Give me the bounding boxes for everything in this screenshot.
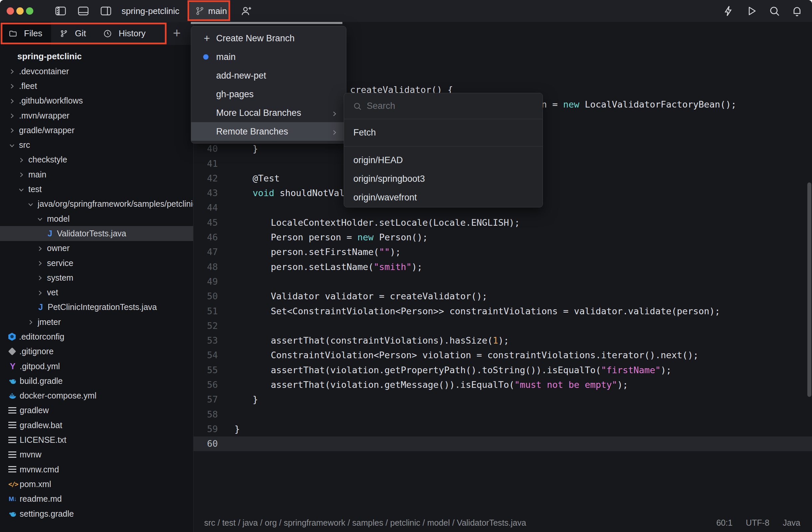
tree-item-pom-xml[interactable]: </>pom.xml: [0, 477, 193, 491]
tree-item-docker-compose-yml[interactable]: docker-compose.yml: [0, 388, 193, 403]
code-line-53[interactable]: 53assertThat(constraintViolations).hasSi…: [193, 333, 812, 348]
tree-item-petclinicintegrationtests-java[interactable]: JPetClinicIntegrationTests.java: [0, 300, 193, 315]
menu-item-more-local-branches[interactable]: More Local Branches: [191, 104, 346, 122]
tree-item-label: gradlew.bat: [20, 420, 62, 430]
toggle-left-dock-icon[interactable]: [55, 6, 66, 16]
code-line-51[interactable]: 51Set<ConstraintViolation<Person>> const…: [193, 304, 812, 319]
menu-item-origin-springboot3[interactable]: origin/springboot3: [344, 169, 542, 188]
code-line-52[interactable]: 52: [193, 319, 812, 333]
add-collaborator-icon[interactable]: [241, 5, 252, 17]
tree-item-validatortests-java[interactable]: JValidatorTests.java: [0, 226, 193, 241]
tree-item--gitignore[interactable]: .gitignore: [0, 344, 193, 359]
tree-item-readme-md[interactable]: M↓readme.md: [0, 492, 193, 506]
search-icon[interactable]: [768, 5, 780, 17]
line-number: 54: [193, 348, 218, 363]
submenu-chevron-icon: [331, 128, 337, 135]
cursor-position[interactable]: 60:1: [716, 518, 733, 528]
menu-item-origin-wavefront[interactable]: origin/wavefront: [344, 188, 542, 207]
tree-item-service[interactable]: service: [0, 256, 193, 270]
menu-item-main[interactable]: main: [191, 48, 346, 66]
window-minimize-button[interactable]: [16, 7, 24, 15]
java-file-icon: J: [46, 229, 54, 238]
tree-item--gitpod-yml[interactable]: Y.gitpod.yml: [0, 359, 193, 373]
code-line-59[interactable]: 59}: [193, 422, 812, 437]
tree-item-system[interactable]: system: [0, 270, 193, 285]
toggle-bottom-dock-icon[interactable]: [77, 6, 89, 16]
chevron-right-icon: [8, 97, 16, 105]
tree-item-gradlew[interactable]: gradlew: [0, 403, 193, 418]
zap-icon[interactable]: [722, 5, 735, 17]
tree-item-checkstyle[interactable]: checkstyle: [0, 152, 193, 167]
tab-git-label: Git: [75, 28, 86, 39]
menu-item-remote-branches[interactable]: Remote Branches: [191, 122, 346, 141]
tree-item--devcontainer[interactable]: .devcontainer: [0, 64, 193, 78]
breadcrumb[interactable]: src / test / java / org / springframewor…: [204, 518, 526, 528]
window-close-button[interactable]: [7, 7, 14, 15]
tree-item-gradlew-bat[interactable]: gradlew.bat: [0, 418, 193, 432]
tree-item-model[interactable]: model: [0, 211, 193, 226]
menu-item-gh-pages[interactable]: gh-pages: [191, 85, 346, 104]
tree-item-label: vet: [47, 287, 58, 297]
code-line-54[interactable]: 54ConstraintViolation<Person> violation …: [193, 348, 812, 363]
menu-item-create-new-branch[interactable]: +Create New Branch: [191, 29, 346, 48]
code-line-48[interactable]: 48person.setLastName("smith");: [193, 260, 812, 274]
tree-item-license-txt[interactable]: LICENSE.txt: [0, 432, 193, 447]
encoding-indicator[interactable]: UTF-8: [746, 518, 769, 528]
tree-item-mvnw-cmd[interactable]: mvnw.cmd: [0, 462, 193, 477]
tree-item-build-gradle[interactable]: build.gradle: [0, 373, 193, 388]
tree-item-src[interactable]: src: [0, 137, 193, 152]
add-panel-tab-button[interactable]: +: [171, 28, 183, 39]
tree-item--mvn-wrapper[interactable]: .mvn/wrapper: [0, 108, 193, 123]
toggle-right-dock-icon[interactable]: [100, 6, 112, 16]
branch-search-row[interactable]: Search: [344, 93, 542, 119]
code-line-56[interactable]: 56assertThat(violation.getMessage()).isE…: [193, 378, 812, 392]
tree-item-mvnw[interactable]: mvnw: [0, 447, 193, 462]
bell-icon[interactable]: [791, 5, 803, 17]
code-line-58[interactable]: 58: [193, 407, 812, 422]
tree-item-settings-gradle[interactable]: settings.gradle: [0, 506, 193, 521]
line-number: 43: [193, 186, 218, 201]
tree-item-main[interactable]: main: [0, 167, 193, 182]
tree-item--fleet[interactable]: .fleet: [0, 78, 193, 93]
tree-item-label: checkstyle: [28, 155, 67, 164]
tree-item-owner[interactable]: owner: [0, 241, 193, 256]
window-title[interactable]: spring-petclinic: [121, 0, 179, 22]
tree-item-gradle-wrapper[interactable]: gradle/wrapper: [0, 123, 193, 137]
code-line-49[interactable]: 49: [193, 274, 812, 289]
tree-item-jmeter[interactable]: jmeter: [0, 315, 193, 329]
tab-history[interactable]: History: [95, 22, 154, 45]
code-line-45[interactable]: 45LocaleContextHolder.setLocale(Locale.E…: [193, 216, 812, 230]
file-tree: spring-petclinic .devcontainer.fleet.git…: [0, 49, 193, 521]
branch-search-input[interactable]: Search: [367, 101, 395, 111]
editor-scrollbar[interactable]: [807, 182, 811, 397]
line-number: 55: [193, 363, 218, 378]
code-line-50[interactable]: 50Validator validator = createValidator(…: [193, 289, 812, 304]
line-number: 59: [193, 422, 218, 437]
tree-item--editorconfig[interactable]: .editorconfig: [0, 329, 193, 344]
code-line-47[interactable]: 47person.setFirstName("");: [193, 245, 812, 259]
run-icon[interactable]: [746, 5, 758, 17]
menu-item-add-new-pet[interactable]: add-new-pet: [191, 66, 346, 85]
menu-item-origin-head[interactable]: origin/HEAD: [344, 151, 542, 169]
editorconfig-file-icon: [8, 332, 16, 341]
tree-item-label: gradlew: [20, 405, 49, 415]
window-zoom-button[interactable]: [26, 7, 33, 15]
code-line-57[interactable]: 57}: [193, 392, 812, 407]
tree-item-test[interactable]: test: [0, 182, 193, 196]
tree-item-vet[interactable]: vet: [0, 285, 193, 300]
language-indicator[interactable]: Java: [783, 518, 800, 528]
tree-item-label: mvnw: [20, 450, 41, 459]
code-line-55[interactable]: 55assertThat(violation.getPropertyPath()…: [193, 363, 812, 378]
tree-item-java-org-springframework-samples-petclinic[interactable]: java/org/springframework/samples/petclin…: [0, 197, 193, 211]
tree-item-label: .gitignore: [19, 346, 54, 356]
branch-switcher-button[interactable]: main: [189, 1, 230, 21]
tab-git[interactable]: Git: [51, 22, 95, 45]
text-file-icon: [8, 407, 16, 414]
tree-item-label: .editorconfig: [19, 332, 64, 342]
tab-files[interactable]: Files: [0, 22, 51, 45]
code-line-60[interactable]: 60: [193, 437, 812, 451]
tree-item--github-workflows[interactable]: .github/workflows: [0, 93, 193, 108]
code-line-46[interactable]: 46Person person = new Person();: [193, 230, 812, 245]
menu-item-fetch[interactable]: Fetch: [344, 119, 542, 147]
project-root-label[interactable]: spring-petclinic: [0, 49, 193, 64]
